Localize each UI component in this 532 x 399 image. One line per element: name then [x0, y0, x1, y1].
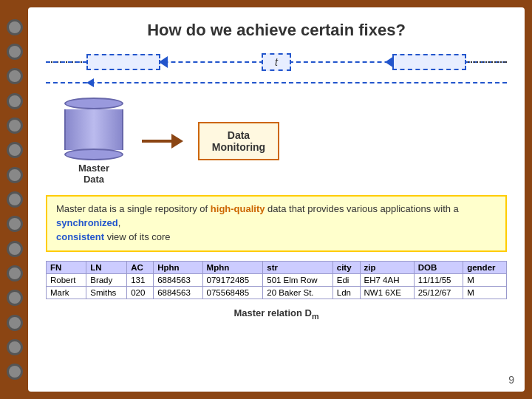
arrow-row-1: t	[46, 50, 507, 74]
table-cell: 131	[127, 273, 154, 286]
center-label: t	[275, 56, 278, 68]
col-str: str	[263, 261, 333, 273]
cylinder-top	[64, 98, 123, 109]
table-cell: 020	[127, 286, 154, 299]
monitoring-line2: Monitoring	[210, 141, 267, 153]
spiral-ring	[7, 265, 23, 282]
arrow-shaft	[142, 140, 171, 143]
col-zip: zip	[360, 261, 414, 273]
table-cell: 079172485	[202, 273, 263, 286]
text-part3: ,	[118, 217, 121, 228]
arrow-center-box: t	[262, 53, 291, 71]
col-ln: LN	[86, 261, 127, 273]
monitoring-box: Data Monitoring	[198, 122, 279, 160]
col-dob: DOB	[414, 261, 463, 273]
spiral-ring	[7, 290, 23, 306]
arrow-right-icon	[385, 56, 394, 68]
spiral-ring	[7, 93, 23, 109]
diagram-row: Master Data Data Monitoring	[61, 98, 507, 185]
arrow-left-icon	[159, 56, 168, 68]
slide-page: How do we achieve certain fixes? t Maste…	[28, 7, 525, 392]
monitoring-line1: Data	[210, 129, 267, 141]
spiral-binding	[0, 0, 30, 399]
table-row: RobertBrady1316884563079172485501 Elm Ro…	[47, 273, 507, 286]
description-box: Master data is a single repository of hi…	[46, 195, 507, 252]
spiral-ring	[7, 44, 23, 60]
table-cell: 6884563	[154, 286, 202, 299]
slide-title: How do we achieve certain fixes?	[46, 21, 507, 40]
master-data-cylinder: Master Data	[61, 98, 127, 185]
table-cell: Ldn	[332, 286, 360, 299]
arrow-tip-icon	[171, 134, 183, 149]
table-cell: 6884563	[154, 273, 202, 286]
table-cell: Mark	[47, 286, 86, 299]
col-mphn: Mphn	[202, 261, 263, 273]
table-cell: 20 Baker St.	[263, 286, 333, 299]
spiral-ring	[7, 364, 23, 380]
col-fn: FN	[47, 261, 86, 273]
col-city: city	[332, 261, 360, 273]
text-part5: view of its core	[104, 231, 171, 242]
table-caption: Master relation Dm	[46, 307, 507, 321]
spiral-ring	[7, 241, 23, 257]
slide-number: 9	[508, 374, 514, 386]
table-cell: 11/11/55	[414, 273, 463, 286]
table-cell: Edi	[332, 273, 360, 286]
table-cell: EH7 4AH	[360, 273, 414, 286]
table-cell: Robert	[47, 273, 86, 286]
text-part2: data that provides various applications …	[265, 203, 459, 214]
arrow-row-2	[46, 77, 507, 89]
spiral-ring	[7, 142, 23, 158]
highlight-consistent: consistent	[56, 231, 104, 242]
arrow-box-left	[86, 54, 160, 70]
col-gender: gender	[463, 261, 507, 273]
spiral-ring	[7, 19, 23, 35]
spiral-ring	[7, 339, 23, 355]
table-cell: NW1 6XE	[360, 286, 414, 299]
table-cell: Brady	[86, 273, 127, 286]
dot-line-right	[463, 61, 507, 63]
table-cell: 501 Elm Row	[263, 273, 333, 286]
spiral-ring	[7, 315, 23, 331]
cylinder-body	[64, 109, 123, 150]
table-cell: M	[463, 273, 507, 286]
arrow-box-right	[392, 54, 466, 70]
arrow-connector	[142, 134, 183, 149]
table-cell: 25/12/67	[414, 286, 463, 299]
table-cell: Smiths	[86, 286, 127, 299]
text-part1: Master data is a single repository of	[56, 203, 211, 214]
master-table: FN LN AC Hphn Mphn str city zip DOB gend…	[46, 261, 507, 299]
spiral-ring	[7, 191, 23, 208]
cylinder-bottom	[64, 149, 123, 160]
table-cell: 075568485	[202, 286, 263, 299]
table-cell: M	[463, 286, 507, 299]
table-header-row: FN LN AC Hphn Mphn str city zip DOB gend…	[47, 261, 507, 273]
arrow-row2-line	[46, 82, 507, 83]
master-data-label: Master Data	[78, 163, 109, 185]
arrow-row2-arrowhead-icon	[86, 78, 94, 87]
spiral-ring	[7, 167, 23, 183]
col-hphn: Hphn	[154, 261, 202, 273]
col-ac: AC	[127, 261, 154, 273]
table-row: MarkSmiths020688456307556848520 Baker St…	[47, 286, 507, 299]
highlight-synchronized: synchronized	[56, 217, 118, 228]
spiral-ring	[7, 216, 23, 232]
highlight-high-quality: high-quality	[211, 203, 265, 214]
spiral-ring	[7, 117, 23, 134]
spiral-ring	[7, 68, 23, 84]
